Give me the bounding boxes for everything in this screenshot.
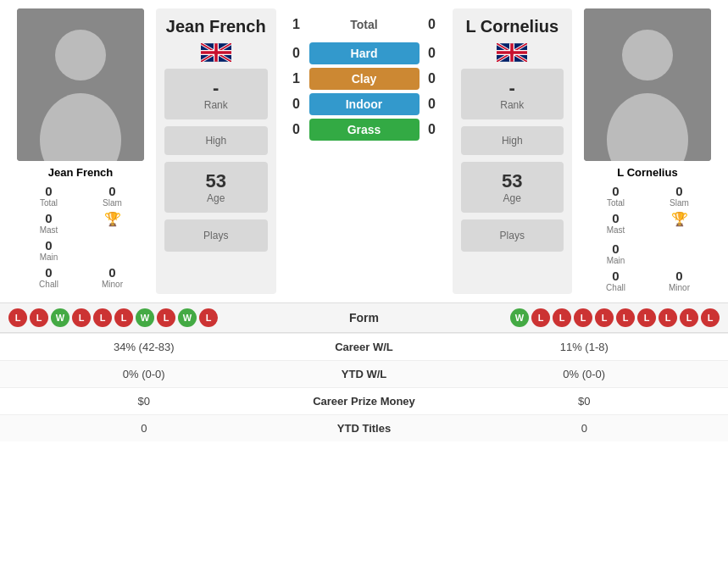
players-section: Jean French 0 Total 0 Slam 0 Mast 🏆 bbox=[0, 0, 728, 302]
form-left: LLWLLLWLWL bbox=[8, 308, 314, 327]
form-badge-left: L bbox=[199, 308, 218, 327]
player-left-age-box: 53 Age bbox=[164, 162, 268, 213]
stat-total-right: 0 Total bbox=[584, 182, 647, 209]
stat-row-3: 0 YTD Titles 0 bbox=[0, 414, 728, 441]
player-right-name: L Cornelius bbox=[617, 166, 677, 179]
player-left-avatar bbox=[17, 8, 144, 161]
player-right-high-box: High bbox=[461, 126, 564, 155]
stat-slam-right: 0 Slam bbox=[647, 182, 711, 209]
svg-point-6 bbox=[622, 30, 673, 80]
form-badge-right: L bbox=[531, 308, 550, 327]
form-badge-left: W bbox=[136, 308, 154, 327]
stat-chall-left: 0 Chall bbox=[17, 264, 81, 291]
player-right-age-box: 53 Age bbox=[461, 162, 564, 213]
total-row: 1 Total 0 bbox=[284, 17, 445, 32]
form-badge-left: L bbox=[8, 308, 27, 327]
stat-trophy-left: 🏆 bbox=[81, 209, 144, 236]
player-right-stats: 0 Total 0 Slam 0 Mast 🏆 bbox=[584, 182, 711, 236]
stat-chall-right: 0 Chall bbox=[584, 267, 647, 294]
player-right-card: L Cornelius - Rank High 53 Age Pl bbox=[453, 8, 573, 294]
svg-point-1 bbox=[55, 30, 106, 80]
stats-rows-container: 34% (42-83) Career W/L 11% (1-8) 0% (0-0… bbox=[0, 332, 728, 441]
form-badge-right: L bbox=[574, 308, 592, 327]
form-badge-left: L bbox=[30, 308, 48, 327]
form-badge-right: L bbox=[701, 308, 720, 327]
player-left-name: Jean French bbox=[48, 166, 114, 179]
player-left: Jean French 0 Total 0 Slam 0 Mast 🏆 bbox=[8, 8, 153, 294]
stat-main-right: 0 Main bbox=[584, 240, 647, 267]
right-total-score: 0 bbox=[420, 17, 445, 32]
player-right-flag bbox=[497, 43, 527, 62]
player-left-stats: 0 Total 0 Slam 0 Mast 🏆 0 Main bbox=[17, 182, 144, 236]
player-left-plays-box: Plays bbox=[164, 219, 268, 252]
surface-row-grass: 0 Grass 0 bbox=[284, 119, 445, 141]
stat-trophy-right: 🏆 bbox=[647, 209, 711, 236]
form-section: LLWLLLWLWL Form WLLLLLLLLL bbox=[0, 302, 728, 332]
stat-row-2: $0 Career Prize Money $0 bbox=[0, 387, 728, 414]
player-left-high-box: High bbox=[164, 126, 268, 155]
form-label: Form bbox=[314, 311, 415, 325]
form-badge-left: W bbox=[51, 308, 69, 327]
main-container: Jean French 0 Total 0 Slam 0 Mast 🏆 bbox=[0, 0, 728, 441]
form-badge-right: L bbox=[616, 308, 635, 327]
player-left-header-name: Jean French bbox=[166, 17, 266, 36]
stat-minor-right: 0 Minor bbox=[647, 267, 711, 294]
stat-minor-left: 0 Minor bbox=[81, 264, 144, 291]
form-badge-left: L bbox=[72, 308, 91, 327]
form-badge-right: L bbox=[553, 308, 571, 327]
surface-row-clay: 1 Clay 0 bbox=[284, 68, 445, 90]
player-right-plays-box: Plays bbox=[461, 219, 564, 252]
player-right-header-name: L Cornelius bbox=[465, 17, 559, 36]
stat-mast-right: 0 Mast bbox=[584, 209, 647, 236]
form-badge-right: L bbox=[637, 308, 656, 327]
form-badge-left: W bbox=[178, 308, 197, 327]
stat-chall-minor-left bbox=[81, 236, 144, 264]
surface-rows: 0 Hard 0 1 Clay 0 0 Indoor 0 0 Grass 0 bbox=[284, 39, 445, 144]
stat-main-left2: 0 Main bbox=[17, 236, 81, 264]
player-right-stats2: 0 Main 0 Chall 0 Minor bbox=[584, 240, 711, 294]
stat-row-0: 34% (42-83) Career W/L 11% (1-8) bbox=[0, 333, 728, 360]
stat-mast-left: 0 Mast bbox=[17, 209, 81, 236]
form-badge-left: L bbox=[114, 308, 133, 327]
form-badge-right: L bbox=[659, 308, 677, 327]
player-right-rank-box: - Rank bbox=[461, 69, 564, 119]
form-badge-right: L bbox=[680, 308, 698, 327]
trophy-icon-right: 🏆 bbox=[671, 211, 688, 227]
player-left-flag bbox=[201, 43, 231, 62]
left-total-score: 1 bbox=[284, 17, 309, 32]
stat-total-left: 0 Total bbox=[17, 182, 81, 209]
form-badge-left: L bbox=[157, 308, 175, 327]
player-left-rank-box: - Rank bbox=[164, 69, 268, 119]
form-right: WLLLLLLLLL bbox=[415, 308, 720, 327]
stat-slam-left: 0 Slam bbox=[81, 182, 144, 209]
form-badge-left: L bbox=[93, 308, 112, 327]
player-right: L Cornelius 0 Total 0 Slam 0 Mast 🏆 bbox=[575, 8, 720, 294]
stat-row-1: 0% (0-0) YTD W/L 0% (0-0) bbox=[0, 360, 728, 387]
player-left-card: Jean French - Rank High 53 Age Pl bbox=[156, 8, 276, 294]
surface-row-hard: 0 Hard 0 bbox=[284, 42, 445, 64]
player-right-avatar bbox=[584, 8, 711, 161]
center-column: 1 Total 0 0 Hard 0 1 Clay 0 0 Indoor 0 0… bbox=[280, 8, 449, 294]
surface-row-indoor: 0 Indoor 0 bbox=[284, 93, 445, 115]
form-badge-right: L bbox=[595, 308, 614, 327]
player-left-stats2: 0 Main 0 Chall 0 Minor bbox=[17, 236, 144, 291]
form-badge-right: W bbox=[510, 308, 529, 327]
trophy-icon-left: 🏆 bbox=[104, 211, 121, 227]
total-label: Total bbox=[350, 18, 377, 31]
